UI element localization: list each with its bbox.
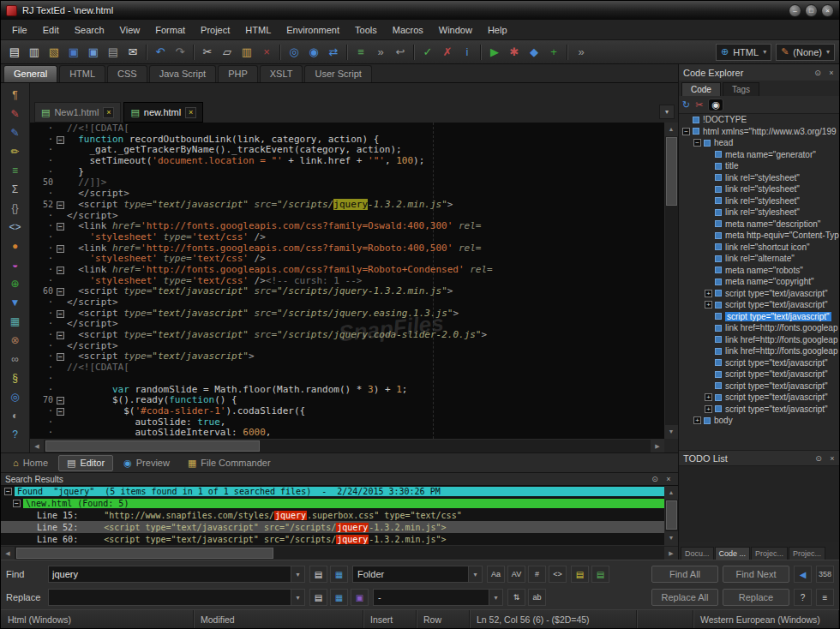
fold-collapse-icon[interactable]: − <box>57 223 64 231</box>
category-tab-xslt[interactable]: XSLT <box>260 65 303 82</box>
anchor-icon[interactable]: ⊗ <box>6 331 25 349</box>
view-tab-preview[interactable]: ◉Preview <box>116 455 177 471</box>
delete-icon[interactable]: × <box>257 43 276 62</box>
tree-item[interactable]: meta http-equiv="Content-Type <box>679 230 840 242</box>
replace-all-button[interactable]: Replace All <box>651 589 718 606</box>
tree-expand-icon[interactable]: + <box>705 290 712 297</box>
run-icon[interactable]: ▶ <box>485 43 504 62</box>
jump-back-icon[interactable]: ◀ <box>794 566 812 583</box>
tree-expand-icon[interactable]: + <box>693 416 701 424</box>
search-vscrollbar[interactable]: ▲ ▼ <box>664 486 678 545</box>
zoom-icon[interactable]: ◎ <box>6 387 25 405</box>
fold-collapse-icon[interactable]: − <box>57 136 64 144</box>
pin-icon[interactable]: ⊙ <box>813 69 823 77</box>
pin-icon[interactable]: ⊙ <box>813 454 824 463</box>
category-tab-php[interactable]: PHP <box>218 65 258 82</box>
search-scope-select[interactable]: Folder ▾ <box>352 566 483 583</box>
tree-item[interactable]: +script type="text/javascript" <box>679 299 840 311</box>
replace-input[interactable] <box>49 592 291 602</box>
editor-vscrollbar[interactable]: ▲ ▼ <box>664 123 678 439</box>
tree-expand-icon[interactable]: + <box>705 405 712 413</box>
tree-item[interactable]: meta name="description" <box>679 219 840 231</box>
code-editor[interactable]: ·//<![CDATA[·− function recordOutboundLi… <box>30 123 678 452</box>
tree-item[interactable]: link rel="stylesheet" <box>679 172 840 184</box>
eye-icon[interactable]: ◉ <box>708 99 723 111</box>
validate-icon[interactable]: ✗ <box>438 43 457 62</box>
find-next-icon[interactable]: ◉ <box>304 43 323 62</box>
chevron-down-icon[interactable]: ▾ <box>291 566 304 582</box>
maximize-button[interactable]: □ <box>805 4 818 17</box>
cut-icon[interactable]: ✂ <box>695 99 703 111</box>
close-tab-icon[interactable]: × <box>185 107 196 118</box>
redo-icon[interactable]: ↷ <box>171 43 189 62</box>
image-icon[interactable]: ▦ <box>6 312 25 330</box>
find-option-toggle[interactable]: # <box>528 566 546 583</box>
highlight-results-icon[interactable]: ▤ <box>571 566 589 583</box>
info-icon[interactable]: i <box>458 43 477 62</box>
menu-tools[interactable]: Tools <box>347 21 385 39</box>
sort-icon[interactable]: ≡ <box>351 43 370 62</box>
fold-collapse-icon[interactable]: − <box>57 408 64 416</box>
tree-item[interactable]: script type="text/javascript" <box>679 368 840 380</box>
view-tab-editor[interactable]: ▤Editor <box>58 455 113 471</box>
save-icon[interactable]: ▣ <box>64 43 83 62</box>
cut-icon[interactable]: ✂ <box>198 43 217 62</box>
tree-item[interactable]: link rel="stylesheet" <box>679 183 840 195</box>
view-tab-home[interactable]: ⌂Home <box>5 455 56 471</box>
clock-icon[interactable]: ◐ <box>6 406 25 424</box>
options-icon[interactable]: ≡ <box>816 589 834 606</box>
menu-help[interactable]: Help <box>480 21 515 39</box>
tree-item[interactable]: link rel="stylesheet" <box>679 195 840 207</box>
scroll-right-icon[interactable]: ▶ <box>651 440 664 453</box>
menu-environment[interactable]: Environment <box>279 21 347 39</box>
close-button[interactable]: × <box>821 4 834 17</box>
explorer-tab-code[interactable]: Code <box>681 82 721 96</box>
tree-item[interactable]: −head <box>679 137 840 149</box>
replace-button[interactable]: Replace <box>723 589 789 606</box>
tree-item[interactable]: link rel="alternate" <box>679 253 840 265</box>
explorer-tab-tags[interactable]: Tags <box>723 82 759 96</box>
search-result-row[interactable]: Line 60: <script type="text/javascript" … <box>1 533 664 545</box>
scroll-left-icon[interactable]: ◀ <box>30 440 44 453</box>
find-input[interactable] <box>49 569 291 579</box>
help-icon[interactable]: ? <box>6 425 25 443</box>
indent-icon[interactable]: » <box>371 43 390 62</box>
document-tab[interactable]: ▤New1.html× <box>34 102 121 123</box>
collapse-icon[interactable]: − <box>13 500 21 507</box>
search-summary-row[interactable]: −Found "jquery" (5 items found in 1 of 1… <box>1 486 664 498</box>
fold-collapse-icon[interactable]: − <box>57 310 64 318</box>
format-icon[interactable]: ¶ <box>6 86 25 104</box>
panel-tab[interactable]: Projec... <box>789 547 825 560</box>
menu-search[interactable]: Search <box>67 21 112 39</box>
sum-icon[interactable]: Σ <box>6 180 25 198</box>
tree-item[interactable]: −html xmlns="http://www.w3.org/199 <box>679 126 840 138</box>
bookmark-results-icon[interactable]: ▤ <box>591 566 609 583</box>
spell-check-icon[interactable]: ✓ <box>418 43 437 62</box>
refresh-icon[interactable]: ↻ <box>682 99 690 111</box>
collapse-icon[interactable]: − <box>4 488 12 495</box>
vscroll-thumb[interactable] <box>666 500 677 530</box>
open-file-icon[interactable]: ▧ <box>45 43 63 62</box>
menu-edit[interactable]: Edit <box>35 21 67 39</box>
replace-option-toggle[interactable]: ⇅ <box>507 589 525 606</box>
find-option-toggle[interactable]: Aa <box>487 566 505 583</box>
syntax-combo[interactable]: ⊕ HTML ▾ <box>716 44 771 61</box>
tree-item[interactable]: +script type="text/javascript" <box>679 288 840 300</box>
tree-item[interactable]: +script type="text/javascript" <box>679 392 840 404</box>
globe-icon[interactable]: ⊕ <box>6 274 25 292</box>
search-hscrollbar[interactable]: ◀ ▶ <box>1 545 678 560</box>
fold-collapse-icon[interactable]: − <box>57 201 64 209</box>
find-icon[interactable]: ◎ <box>285 43 303 62</box>
tree-item[interactable]: link rel="shortcut icon" <box>679 242 840 254</box>
save-all-icon[interactable]: ▣ <box>84 43 103 62</box>
menu-project[interactable]: Project <box>193 21 237 39</box>
tree-item[interactable]: script type="text/javascript" <box>679 357 840 369</box>
category-tab-css[interactable]: CSS <box>107 65 147 82</box>
close-panel-icon[interactable]: × <box>826 69 837 77</box>
add-icon[interactable]: + <box>544 43 563 62</box>
tab-list-button[interactable]: ▾ <box>659 105 675 119</box>
category-tab-user-script[interactable]: User Script <box>304 65 371 82</box>
snippet-icon[interactable]: § <box>6 368 25 386</box>
editor-text-area[interactable]: ·//<![CDATA[·− function recordOutboundLi… <box>30 123 664 439</box>
scroll-left-icon[interactable]: ◀ <box>1 547 15 560</box>
